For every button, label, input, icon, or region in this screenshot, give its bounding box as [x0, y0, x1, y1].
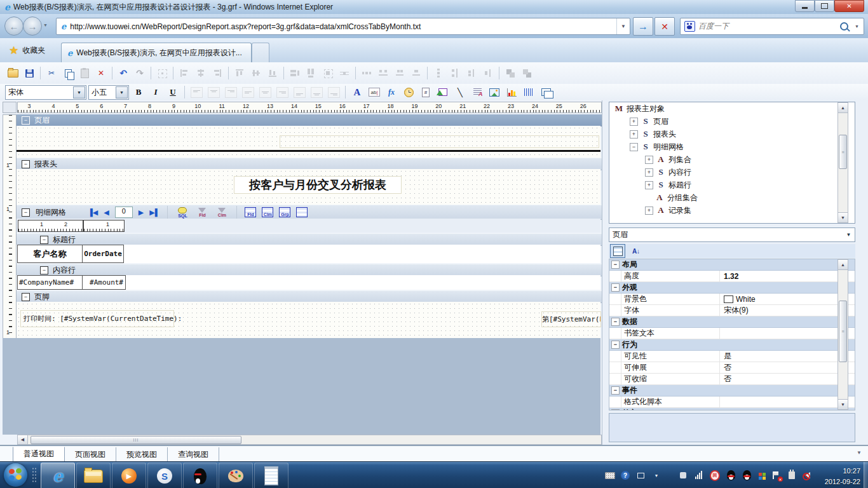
align-top-button[interactable]	[232, 66, 247, 81]
taskbar-sogou-button[interactable]: S	[147, 463, 182, 488]
tray-narrator-icon[interactable]	[678, 470, 688, 480]
collapse-icon[interactable]: −	[22, 116, 30, 125]
insert-barcode-button[interactable]	[521, 85, 536, 100]
tray-windows-update-icon[interactable]	[757, 471, 765, 479]
collapse-icon[interactable]: −	[40, 266, 48, 274]
prop-row[interactable]: 可见性是	[609, 351, 855, 362]
band-header-page-header[interactable]: − 页眉	[17, 114, 606, 126]
taskbar-qq-button[interactable]	[183, 463, 217, 488]
prop-category-row[interactable]: −数据	[609, 316, 855, 328]
scroll-up-button[interactable]: ▲	[838, 103, 848, 113]
tray-qq1-icon[interactable]	[726, 470, 736, 480]
sql-datasource-button[interactable]: SQL	[175, 207, 189, 218]
prop-category-row[interactable]: −事件	[609, 385, 855, 396]
copy-button[interactable]	[60, 66, 76, 81]
bring-to-front-button[interactable]	[503, 66, 518, 81]
prop-row[interactable]: 格式化脚本	[609, 396, 855, 408]
scrollbar-thumb[interactable]: III	[31, 436, 241, 444]
space-remove-v-button[interactable]	[480, 66, 496, 81]
nav-next-button[interactable]: ▶	[139, 208, 144, 217]
category-collapse-icon[interactable]: −	[611, 386, 620, 395]
align-text-middle-center-button[interactable]	[257, 85, 273, 100]
scroll-down-button[interactable]: ▼	[838, 212, 848, 222]
nav-prev-button[interactable]: ◀	[104, 208, 109, 217]
prop-value[interactable]: 否	[720, 374, 855, 384]
report-header-area[interactable]: 按客户与月份交叉分析报表	[17, 169, 600, 205]
tray-qq2-icon[interactable]	[742, 470, 752, 480]
nav-first-button[interactable]: ▐◀	[88, 208, 98, 217]
collapse-icon[interactable]: −	[22, 293, 30, 301]
align-text-bottom-left-button[interactable]	[292, 85, 307, 100]
tree-item[interactable]: +A列集合	[609, 153, 855, 166]
tree-item[interactable]: +A记录集	[609, 204, 855, 217]
scrollbar-thumb[interactable]: ≡	[839, 301, 847, 362]
grid-cell[interactable]: #Amount#	[82, 275, 126, 290]
page-footer-area[interactable]: 打印时间: [#SystemVar(CurrentDateTime): 第[#S…	[17, 302, 600, 338]
tree-expand-toggle[interactable]: −	[630, 143, 638, 151]
insert-systemvar-button[interactable]	[401, 85, 416, 100]
tree-item[interactable]: +S报表头	[609, 128, 855, 140]
tree-expand-toggle[interactable]: +	[630, 130, 638, 139]
panel-collapse-icon[interactable]: ▼	[857, 450, 862, 456]
content-row-area[interactable]: #CompanyName# #Amount#	[17, 275, 600, 290]
grid-cell[interactable]: OrderDate	[82, 245, 124, 263]
prop-category-row[interactable]: −行为	[609, 339, 855, 351]
tree-expand-toggle[interactable]: +	[630, 118, 638, 126]
tray-safely-remove-icon[interactable]	[787, 470, 797, 480]
new-tab-stub[interactable]	[252, 43, 269, 63]
save-report-button[interactable]	[22, 66, 37, 81]
cut-button[interactable]: ✂	[44, 66, 59, 81]
tree-item[interactable]: +S内容行	[609, 166, 855, 179]
space-equal-h-button[interactable]	[359, 66, 374, 81]
tray-restore-icon[interactable]	[635, 470, 646, 480]
space-increase-v-button[interactable]	[447, 66, 463, 81]
scroll-down-button[interactable]: ▼	[838, 399, 848, 409]
paste-button[interactable]	[77, 66, 92, 81]
alphabetical-sort-button[interactable]: A↓	[629, 245, 643, 257]
view-tab-2[interactable]: 页面视图	[65, 447, 116, 461]
taskbar-explorer-button[interactable]	[76, 463, 111, 488]
print-time-element[interactable]: 打印时间: [#SystemVar(CurrentDateTime):	[20, 310, 174, 327]
space-decrease-v-button[interactable]	[464, 66, 479, 81]
group-list-button[interactable]: Grp	[279, 207, 290, 217]
scroll-left-button[interactable]: ◀	[18, 435, 28, 444]
go-button[interactable]: →	[633, 17, 653, 36]
grid-settings-button[interactable]	[154, 66, 170, 81]
insert-chart-button[interactable]	[504, 85, 519, 100]
nav-last-button[interactable]: ▶▌	[149, 208, 159, 217]
prop-row[interactable]: 背景色White	[609, 294, 855, 305]
align-center-h-button[interactable]	[193, 66, 208, 81]
tree-expand-toggle[interactable]: +	[645, 156, 653, 164]
prop-value[interactable]: 否	[720, 362, 855, 373]
prop-row[interactable]: 可收缩否	[609, 374, 855, 385]
scrollbar-thumb[interactable]: ≡	[839, 135, 847, 169]
insert-image-button[interactable]	[487, 85, 502, 100]
canvas-h-scrollbar[interactable]: ◀ III	[17, 435, 602, 445]
category-collapse-icon[interactable]: −	[611, 318, 620, 326]
center-in-band-button[interactable]	[337, 66, 352, 81]
show-desktop-button[interactable]	[864, 462, 868, 488]
align-text-top-left-button[interactable]	[189, 85, 204, 100]
tree-item[interactable]: −S明细网格	[609, 140, 855, 153]
line-element[interactable]	[17, 150, 600, 152]
undo-button[interactable]: ↶	[116, 66, 131, 81]
align-text-bottom-center-button[interactable]	[309, 85, 324, 100]
open-report-button[interactable]	[5, 66, 20, 81]
tree-expand-toggle[interactable]: +	[645, 181, 653, 189]
taskbar-notepad-button[interactable]	[254, 463, 288, 488]
align-text-top-center-button[interactable]	[206, 85, 221, 100]
tree-scrollbar[interactable]: ▲ ≡ ▼	[837, 102, 848, 223]
send-to-back-button[interactable]	[519, 66, 534, 81]
minimize-button[interactable]	[795, 0, 815, 12]
font-color-button[interactable]: A	[349, 85, 365, 100]
tree-expand-toggle[interactable]: +	[645, 207, 653, 215]
space-decrease-h-button[interactable]	[392, 66, 407, 81]
font-size-dropdown-icon[interactable]: ▼	[116, 86, 128, 98]
prop-value[interactable]: 1.32	[720, 272, 855, 281]
page-number-element[interactable]: 第[#SystemVar(P:	[541, 311, 601, 327]
band-grid-button[interactable]	[296, 207, 308, 217]
search-box[interactable]: 百度一下 ▼	[680, 18, 864, 35]
font-name-dropdown-icon[interactable]: ▼	[73, 86, 85, 98]
column-list-button[interactable]: Clm	[262, 207, 273, 217]
nav-page-input[interactable]: 0	[115, 207, 133, 218]
